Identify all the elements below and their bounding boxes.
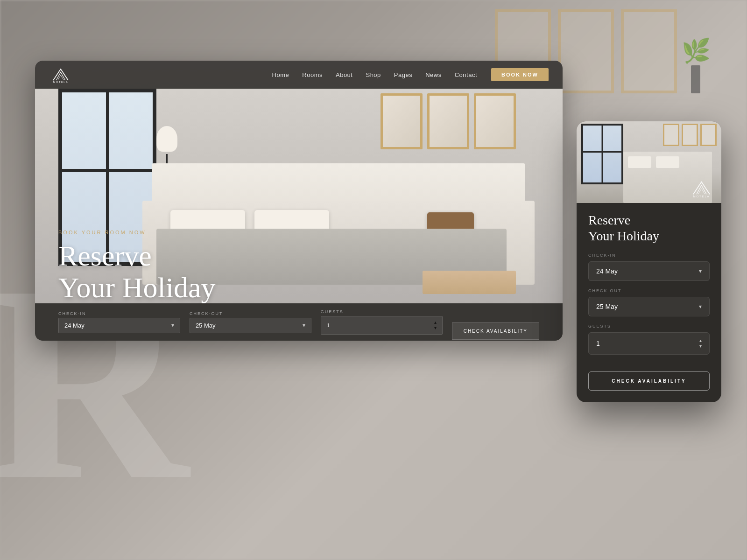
popup-guests-value: 1: [596, 340, 600, 347]
check-in-value: 24 May: [64, 322, 85, 329]
svg-text:MOTELA: MOTELA: [693, 195, 710, 198]
popup-wall-frames: [663, 124, 717, 146]
svg-text:MOTELA: MOTELA: [53, 81, 69, 84]
hero-content: BOOK YOUR ROOM NOW Reserve Your Holiday: [58, 230, 215, 303]
check-out-value: 25 May: [196, 322, 216, 329]
hero-section: MOTELA Home Rooms About Shop Pages News …: [35, 61, 563, 341]
popup-title: Reserve Your Holiday: [588, 212, 710, 244]
popup-check-in-select[interactable]: 24 May ▾: [588, 261, 710, 281]
popup-frame-1: [663, 124, 679, 146]
book-now-button[interactable]: BOOK NOW: [491, 68, 549, 81]
bg-frame-2: [558, 9, 614, 93]
popup-check-out-select[interactable]: 25 May ▾: [588, 297, 710, 316]
check-in-select[interactable]: 24 May ▾: [58, 318, 180, 333]
check-out-field: CHECK-OUT 25 May ▾: [190, 311, 311, 333]
popup-check-out-field: CHECK-OUT 25 May ▾: [588, 288, 710, 316]
popup-pillow-1: [628, 156, 651, 168]
wall-frames: [381, 93, 516, 149]
lamp-shade: [156, 126, 177, 152]
chevron-up-icon[interactable]: ▴: [434, 320, 437, 325]
popup-guests-label: GUESTS: [588, 324, 710, 329]
nav-news[interactable]: News: [425, 71, 442, 78]
chevron-down-icon-2: ▾: [303, 322, 305, 329]
bg-frame-3: [621, 9, 677, 93]
navbar: MOTELA Home Rooms About Shop Pages News …: [35, 61, 563, 89]
check-in-label: CHECK-IN: [58, 311, 180, 316]
nav-shop[interactable]: Shop: [366, 71, 381, 78]
plant-decoration: [682, 37, 710, 93]
popup-check-in-label: CHECK-IN: [588, 253, 710, 258]
main-browser-window: MOTELA Home Rooms About Shop Pages News …: [35, 61, 563, 341]
popup-check-out-value: 25 May: [596, 303, 618, 310]
popup-logo-icon: MOTELA: [689, 178, 714, 198]
check-in-field: CHECK-IN 24 May ▾: [58, 311, 180, 333]
popup-checkin-chevron-icon: ▾: [699, 268, 702, 274]
guests-field: GUESTS 1 ▴ ▾: [321, 309, 443, 335]
popup-guests-controls[interactable]: ▴ ▾: [699, 338, 702, 349]
guests-label: GUESTS: [321, 309, 443, 314]
popup-frame-3: [700, 124, 717, 146]
chevron-down-icon-3[interactable]: ▾: [434, 326, 437, 330]
popup-guests-select[interactable]: 1 ▴ ▾: [588, 332, 710, 355]
popup-guests-field: GUESTS 1 ▴ ▾: [588, 324, 710, 355]
nav-rooms[interactable]: Rooms: [302, 71, 323, 78]
popup-hero-image: MOTELA: [577, 121, 721, 203]
guests-value: 1: [327, 322, 330, 329]
popup-check-in-value: 24 May: [596, 267, 618, 275]
logo-area: MOTELA: [49, 65, 72, 84]
popup-bedroom-window: [581, 124, 623, 184]
nav-home[interactable]: Home: [272, 71, 289, 78]
popup-checkout-chevron-icon: ▾: [699, 303, 702, 310]
wall-frame-3: [474, 93, 516, 149]
hero-subtitle: BOOK YOUR ROOM NOW: [58, 230, 215, 235]
nav-links: Home Rooms About Shop Pages News Contact: [272, 71, 477, 78]
nav-contact[interactable]: Contact: [455, 71, 477, 78]
nav-about[interactable]: About: [336, 71, 352, 78]
guests-select[interactable]: 1 ▴ ▾: [321, 316, 443, 335]
check-availability-button[interactable]: CHECK AVAILABILITY: [452, 322, 539, 340]
booking-popup-card: MOTELA Reserve Your Holiday CHECK-IN 24 …: [577, 121, 721, 402]
guests-controls[interactable]: ▴ ▾: [434, 320, 437, 330]
wall-frame-2: [427, 93, 469, 149]
bed-bench: [423, 271, 516, 294]
popup-check-in-field: CHECK-IN 24 May ▾: [588, 253, 710, 281]
wall-frame-1: [381, 93, 423, 149]
popup-check-availability-button[interactable]: CHECK AVAILABILITY: [588, 371, 710, 391]
popup-chevron-down-icon[interactable]: ▾: [699, 344, 702, 349]
booking-bar: CHECK-IN 24 May ▾ CHECK-OUT 25 May ▾ GUE…: [35, 303, 563, 341]
chevron-down-icon: ▾: [171, 322, 174, 329]
popup-content: Reserve Your Holiday CHECK-IN 24 May ▾ C…: [577, 203, 721, 402]
popup-chevron-up-icon[interactable]: ▴: [699, 338, 702, 343]
hero-title: Reserve Your Holiday: [58, 240, 215, 303]
check-out-select[interactable]: 25 May ▾: [190, 318, 311, 333]
logo-icon: MOTELA: [49, 65, 72, 84]
nav-pages[interactable]: Pages: [394, 71, 412, 78]
popup-check-out-label: CHECK-OUT: [588, 288, 710, 293]
popup-pillow-2: [656, 156, 679, 168]
check-out-label: CHECK-OUT: [190, 311, 311, 316]
popup-frame-2: [682, 124, 698, 146]
